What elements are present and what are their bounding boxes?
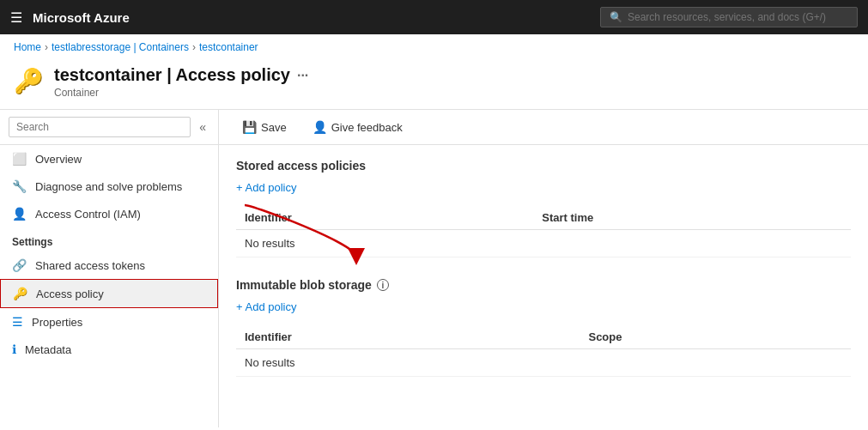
sidebar-item-overview[interactable]: ⬜ Overview — [0, 145, 218, 173]
sidebar-search-bar: « — [0, 110, 218, 145]
collapse-sidebar-button[interactable]: « — [196, 118, 209, 136]
save-icon: 💾 — [242, 120, 257, 134]
stored-col-starttime: Start time — [533, 206, 851, 230]
content-area: 💾 Save 👤 Give feedback — [219, 110, 868, 427]
global-search: 🔍 — [600, 7, 858, 27]
breadcrumb-container[interactable]: testcontainer — [199, 41, 258, 53]
page-title: testcontainer | Access policy ··· — [54, 65, 308, 85]
breadcrumb-storage[interactable]: testlabresstorage | Containers — [52, 41, 189, 53]
access-policy-icon: 🔑 — [13, 287, 27, 300]
settings-section-label: Settings — [0, 227, 218, 251]
immutable-no-results-row: No results — [236, 349, 851, 377]
stored-policies-title: Stored access policies — [236, 159, 851, 173]
immutable-table-container: Identifier Scope No results — [236, 325, 851, 377]
page-header: 🔑 testcontainer | Access policy ··· Cont… — [0, 60, 868, 109]
overview-icon: ⬜ — [12, 152, 27, 166]
top-nav: ☰ Microsoft Azure 🔍 — [0, 0, 868, 34]
immutable-title: Immutable blob storage — [236, 278, 372, 292]
header-ellipsis[interactable]: ··· — [297, 68, 308, 83]
sidebar-item-access-policy[interactable]: 🔑 Access policy — [0, 279, 218, 308]
feedback-icon: 👤 — [313, 120, 327, 134]
sas-icon: 🔗 — [12, 258, 27, 272]
sidebar-item-properties[interactable]: ☰ Properties — [0, 308, 218, 336]
stored-no-results-row: No results — [236, 230, 851, 257]
add-stored-policy-button[interactable]: + Add policy — [236, 181, 296, 194]
immutable-info-icon[interactable]: i — [377, 279, 389, 291]
metadata-icon: ℹ — [12, 342, 16, 356]
immutable-col-identifier: Identifier — [236, 325, 580, 349]
app-title: Microsoft Azure — [33, 10, 590, 25]
stored-col-identifier: Identifier — [236, 206, 533, 230]
properties-icon: ☰ — [12, 315, 23, 329]
iam-icon: 👤 — [12, 207, 27, 221]
sidebar-item-iam[interactable]: 👤 Access Control (IAM) — [0, 200, 218, 227]
immutable-section-header: Immutable blob storage i — [236, 278, 851, 292]
main-layout: « ⬜ Overview 🔧 Diagnose and solve proble… — [0, 109, 868, 427]
stored-no-results: No results — [236, 230, 851, 257]
add-immutable-policy-button[interactable]: + Add policy — [236, 300, 296, 313]
immutable-table: Identifier Scope No results — [236, 325, 851, 377]
resource-type: Container — [54, 87, 308, 99]
breadcrumb-sep1: › — [45, 41, 48, 53]
sidebar-search-input[interactable] — [9, 117, 191, 137]
immutable-col-scope: Scope — [580, 325, 851, 349]
breadcrumb-sep2: › — [192, 41, 196, 53]
immutable-no-results: No results — [236, 349, 851, 377]
sidebar-item-diagnose[interactable]: 🔧 Diagnose and solve problems — [0, 173, 218, 200]
sidebar-items: ⬜ Overview 🔧 Diagnose and solve problems… — [0, 145, 218, 427]
global-search-input[interactable] — [628, 11, 848, 23]
sidebar-item-sas[interactable]: 🔗 Shared access tokens — [0, 251, 218, 279]
content-body: Stored access policies + Add policy Iden… — [219, 145, 868, 427]
search-icon: 🔍 — [610, 11, 622, 23]
stored-policies-table-container: Identifier Start time No results — [236, 206, 851, 257]
sidebar-item-metadata[interactable]: ℹ Metadata — [0, 336, 218, 363]
feedback-button[interactable]: 👤 Give feedback — [303, 115, 412, 139]
resource-icon: 🔑 — [14, 67, 44, 95]
breadcrumb-home[interactable]: Home — [14, 41, 41, 53]
breadcrumb: Home › testlabresstorage | Containers › … — [0, 34, 868, 60]
stored-policies-table: Identifier Start time No results — [236, 206, 851, 257]
hamburger-icon[interactable]: ☰ — [10, 9, 22, 26]
diagnose-icon: 🔧 — [12, 179, 27, 193]
toolbar: 💾 Save 👤 Give feedback — [219, 110, 868, 145]
save-button[interactable]: 💾 Save — [233, 115, 296, 139]
sidebar: « ⬜ Overview 🔧 Diagnose and solve proble… — [0, 110, 219, 427]
